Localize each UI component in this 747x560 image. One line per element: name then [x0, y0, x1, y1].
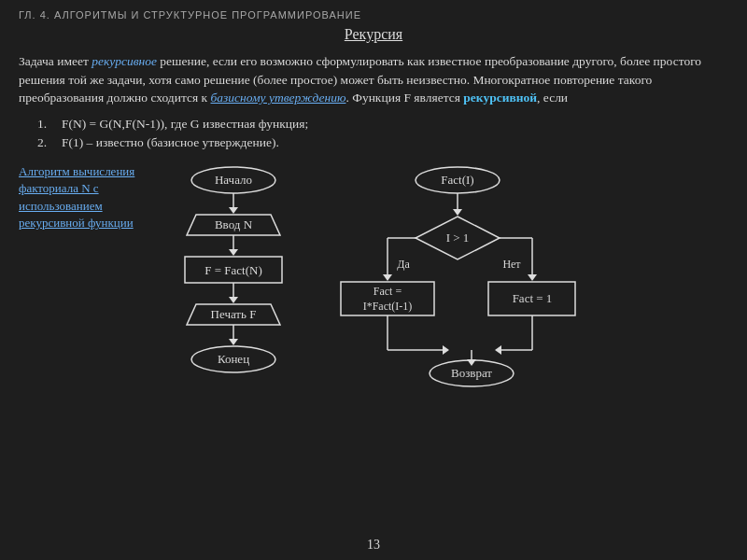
svg-marker-5: [229, 249, 238, 256]
algorithm-label: Алгоритм вычисления факториала N с испол…: [19, 163, 149, 396]
chapter-header: Гл. 4. АЛГОРИТМЫ И СТРУКТУРНОЕ ПРОГРАММИ…: [19, 9, 728, 21]
node-input: Ввод N: [215, 217, 253, 231]
node-fact-left2: I*Fact(I-1): [363, 300, 413, 313]
list-item-2: 2. F(1) – известно (базисное утверждение…: [37, 133, 728, 152]
node-end: Конец: [218, 352, 249, 366]
page-title: Рекурсия: [19, 26, 728, 43]
left-diagram: Начало Ввод N F = Fact(N) Печать F: [159, 163, 308, 396]
label-yes: Да: [397, 258, 410, 271]
svg-marker-19: [383, 274, 392, 281]
bottom-section: Алгоритм вычисления факториала N с испол…: [19, 163, 728, 396]
list-text-2: F(1) – известно (базисное утверждение).: [62, 133, 279, 152]
page: Гл. 4. АЛГОРИТМЫ И СТРУКТУРНОЕ ПРОГРАММИ…: [0, 0, 747, 560]
svg-marker-23: [528, 274, 537, 281]
right-flowchart-svg: Fact(I) I > 1 Да Нет Fact = I*Fact(I-1: [336, 163, 579, 392]
svg-marker-27: [443, 345, 449, 355]
node-fact-i: Fact(I): [441, 173, 473, 187]
body-paragraph: Задача имеет рекурсивное решение, если е…: [19, 52, 728, 107]
list-num-1: 1.: [37, 115, 52, 133]
node-print: Печать F: [211, 307, 257, 321]
svg-marker-11: [229, 339, 238, 345]
svg-marker-15: [453, 209, 462, 216]
label-no: Нет: [502, 258, 521, 271]
keyword-recursive: рекурсивное: [92, 54, 157, 68]
svg-marker-8: [229, 297, 238, 303]
node-diamond: I > 1: [446, 231, 470, 245]
node-fact-right: Fact = 1: [513, 291, 553, 305]
keyword-recursive2: рекурсивной: [463, 91, 537, 105]
node-fact: F = Fact(N): [204, 263, 262, 277]
left-flowchart-svg: Начало Ввод N F = Fact(N) Печать F: [159, 163, 308, 387]
svg-marker-30: [495, 345, 501, 355]
list-text-1: F(N) = G(N,F(N-1)), где G известная функ…: [62, 115, 308, 133]
svg-marker-2: [229, 207, 238, 214]
node-fact-left: Fact =: [374, 285, 402, 298]
node-start: Начало: [215, 173, 252, 187]
list-item-1: 1. F(N) = G(N,F(N-1)), где G известная ф…: [37, 115, 728, 133]
page-number: 13: [367, 538, 380, 553]
keyword-basic: базисному утверждению: [211, 91, 346, 105]
right-diagram: Fact(I) I > 1 Да Нет Fact = I*Fact(I-1: [336, 163, 579, 396]
list-num-2: 2.: [37, 133, 52, 152]
node-return: Возврат: [451, 366, 492, 380]
